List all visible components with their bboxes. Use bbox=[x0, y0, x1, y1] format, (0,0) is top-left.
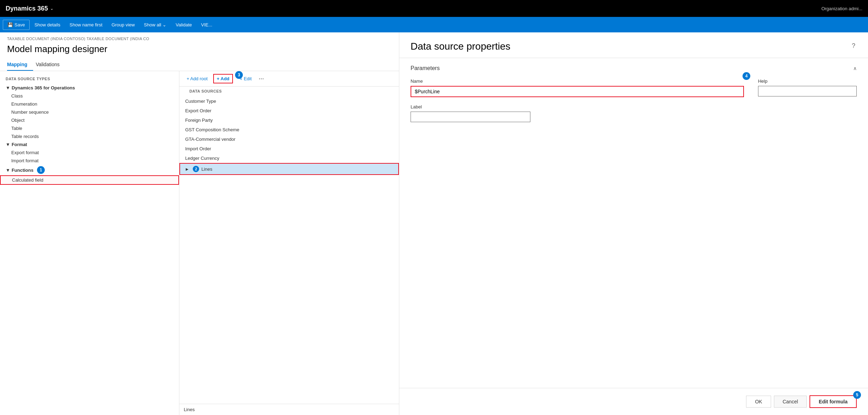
add-button[interactable]: + Add bbox=[213, 74, 233, 83]
expand-icon-functions: ▼ bbox=[6, 168, 10, 173]
form-row-name-help: Name 4 Help bbox=[411, 78, 857, 97]
help-label: Help bbox=[758, 78, 857, 84]
ds-list: Customer Type Export Order Foreign Party… bbox=[179, 96, 399, 404]
edit-formula-wrapper: Edit formula 5 bbox=[809, 395, 857, 408]
expand-icon-format: ▼ bbox=[6, 142, 10, 147]
tree-item-export-format[interactable]: Export format bbox=[0, 149, 179, 157]
validate-button[interactable]: Validate bbox=[171, 20, 196, 30]
form-group-label: Label bbox=[411, 104, 530, 122]
right-panel-title: Data source properties bbox=[411, 41, 510, 52]
tree-item-calculated-field[interactable]: Calculated field bbox=[0, 175, 179, 185]
name-label: Name bbox=[411, 78, 744, 84]
params-label: Parameters bbox=[411, 65, 440, 71]
label-input[interactable] bbox=[411, 112, 530, 122]
tree-group-functions[interactable]: ▼ Functions 1 bbox=[0, 165, 179, 175]
show-all-button[interactable]: Show all ⌄ bbox=[140, 20, 171, 30]
ds-item-export-order[interactable]: Export Order bbox=[179, 106, 399, 115]
ds-bottom: Lines bbox=[179, 404, 399, 415]
action-bar: 💾 Save Show details Show name first Grou… bbox=[0, 17, 868, 32]
ds-types-header: DATA SOURCE TYPES bbox=[0, 75, 179, 84]
main-layout: TAXABLE DOCUMENT (INDIA CONTOSO) TAXABLE… bbox=[0, 32, 868, 415]
ds-item-ledger-currency[interactable]: Ledger Currency bbox=[179, 153, 399, 163]
tree-item-table[interactable]: Table bbox=[0, 124, 179, 132]
save-icon: 💾 bbox=[7, 22, 13, 27]
tree-group-dynamics365[interactable]: ▼ Dynamics 365 for Operations bbox=[0, 84, 179, 92]
name-badge: 4 bbox=[743, 72, 750, 80]
page-title: Model mapping designer bbox=[0, 42, 399, 59]
lines-badge: 2 bbox=[191, 166, 199, 172]
right-panel-help-icon[interactable]: ? bbox=[850, 41, 857, 51]
ds-item-gta-commercial[interactable]: GTA-Commercial vendor bbox=[179, 134, 399, 144]
tree-item-import-format[interactable]: Import format bbox=[0, 157, 179, 165]
view-button[interactable]: VIE... bbox=[197, 20, 216, 30]
functions-badge: 1 bbox=[37, 166, 45, 174]
left-panel: TAXABLE DOCUMENT (INDIA CONTOSO) TAXABLE… bbox=[0, 32, 399, 415]
cancel-button[interactable]: Cancel bbox=[774, 396, 807, 408]
add-badge: 3 bbox=[235, 71, 243, 79]
ok-button[interactable]: OK bbox=[746, 396, 771, 408]
form-group-name: Name 4 bbox=[411, 78, 744, 97]
ds-sources-column: + Add root + Add 3 ✎ Edit ··· DATA SOURC… bbox=[179, 71, 399, 415]
params-section: Parameters ∧ Name 4 Help Label bbox=[399, 58, 868, 136]
tab-mapping[interactable]: Mapping bbox=[7, 59, 33, 71]
ds-types-column: DATA SOURCE TYPES ▼ Dynamics 365 for Ope… bbox=[0, 71, 179, 415]
breadcrumb: TAXABLE DOCUMENT (INDIA CONTOSO) TAXABLE… bbox=[0, 32, 399, 42]
more-button[interactable]: ··· bbox=[257, 75, 265, 82]
tree-item-object[interactable]: Object bbox=[0, 116, 179, 124]
top-bar: Dynamics 365 ⌄ Organization admi... bbox=[0, 0, 868, 17]
tree-item-table-records[interactable]: Table records bbox=[0, 132, 179, 140]
group-view-button[interactable]: Group view bbox=[107, 20, 139, 30]
ds-toolbar: + Add root + Add 3 ✎ Edit ··· bbox=[179, 71, 399, 87]
form-group-help: Help bbox=[758, 78, 857, 97]
app-title: Dynamics 365 bbox=[6, 5, 48, 12]
tree-item-number-sequence[interactable]: Number sequence bbox=[0, 108, 179, 116]
show-details-button[interactable]: Show details bbox=[30, 20, 65, 30]
expand-icon: ▼ bbox=[6, 85, 10, 90]
show-name-first-button[interactable]: Show name first bbox=[65, 20, 106, 30]
params-header: Parameters ∧ bbox=[411, 65, 857, 71]
name-input[interactable] bbox=[411, 86, 744, 97]
right-panel-footer: OK Cancel Edit formula 5 bbox=[399, 388, 868, 415]
edit-formula-badge: 5 bbox=[853, 391, 861, 399]
label-label: Label bbox=[411, 104, 530, 109]
app-chevron[interactable]: ⌄ bbox=[50, 6, 54, 11]
right-panel-header: Data source properties ? bbox=[399, 32, 868, 58]
org-admin-label: Organization admi... bbox=[821, 6, 862, 11]
ds-item-import-order[interactable]: Import Order bbox=[179, 144, 399, 153]
ds-item-gst-composition[interactable]: GST Composition Scheme bbox=[179, 125, 399, 134]
form-row-label: Label bbox=[411, 104, 857, 122]
ds-header-row: DATA SOURCES bbox=[179, 87, 399, 96]
ds-item-foreign-party[interactable]: Foreign Party bbox=[179, 115, 399, 125]
save-button[interactable]: 💾 Save bbox=[3, 20, 30, 30]
tree-group-format[interactable]: ▼ Format bbox=[0, 140, 179, 149]
tree-item-enumeration[interactable]: Enumeration bbox=[0, 100, 179, 108]
content-columns: DATA SOURCE TYPES ▼ Dynamics 365 for Ope… bbox=[0, 71, 399, 415]
show-all-chevron-icon: ⌄ bbox=[162, 22, 166, 27]
help-input[interactable] bbox=[758, 86, 857, 96]
params-collapse-icon[interactable]: ∧ bbox=[853, 65, 857, 71]
add-btn-wrapper: + Add 3 bbox=[213, 74, 233, 83]
tree-item-class[interactable]: Class bbox=[0, 92, 179, 100]
right-panel: Data source properties ? Parameters ∧ Na… bbox=[399, 32, 868, 415]
tab-validations[interactable]: Validations bbox=[36, 59, 65, 71]
ds-item-customer-type[interactable]: Customer Type bbox=[179, 96, 399, 106]
edit-formula-button[interactable]: Edit formula bbox=[809, 395, 857, 408]
lines-expand-icon: ▶ bbox=[186, 167, 189, 171]
ds-header: DATA SOURCES bbox=[184, 88, 227, 96]
tabs: Mapping Validations bbox=[0, 59, 399, 71]
ds-item-lines[interactable]: ▶ 2 Lines bbox=[179, 163, 399, 175]
add-root-button[interactable]: + Add root bbox=[184, 75, 210, 83]
